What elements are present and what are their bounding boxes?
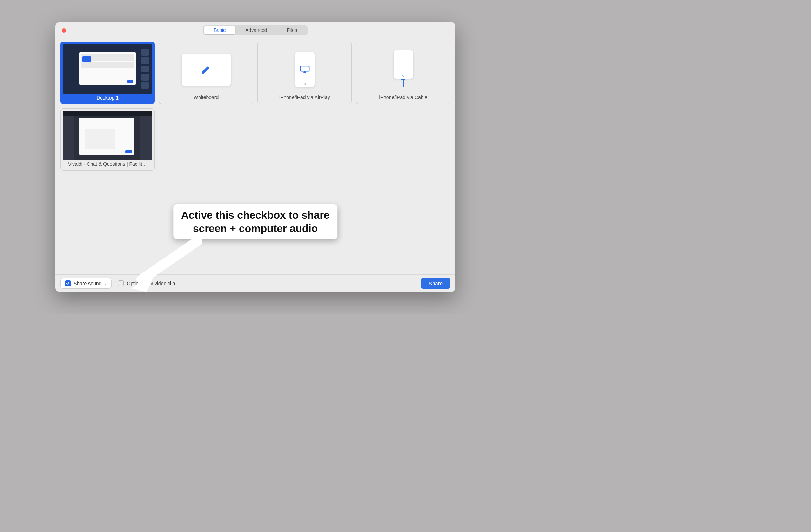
- tab-advanced[interactable]: Advanced: [235, 26, 277, 34]
- tab-files[interactable]: Files: [277, 26, 307, 34]
- pencil-icon: [201, 64, 212, 75]
- annotation-callout: Active this checkbox to share screen + c…: [173, 204, 337, 239]
- share-button[interactable]: Share: [421, 278, 450, 289]
- airplay-icon: [300, 65, 310, 74]
- source-label: Vivaldi - Chat & Questions | Facilit…: [63, 160, 152, 167]
- source-label: Whiteboard: [161, 93, 251, 100]
- annotation-line-1: Active this checkbox to share: [181, 209, 330, 222]
- source-browser-window[interactable]: Vivaldi - Chat & Questions | Facilit…: [60, 108, 155, 171]
- optimize-label: Optimize for video clip: [127, 281, 175, 286]
- optimize-checkbox[interactable]: [118, 280, 124, 286]
- desktop-1-thumbnail: [63, 44, 152, 94]
- source-desktop-1[interactable]: Desktop 1: [60, 42, 155, 104]
- chevron-down-icon[interactable]: ⌄: [104, 281, 107, 285]
- optimize-control[interactable]: Optimize for video clip: [118, 280, 175, 286]
- tab-segmented-control: Basic Advanced Files: [203, 25, 308, 35]
- source-iphone-airplay[interactable]: iPhone/iPad via AirPlay: [257, 42, 352, 104]
- footer-bar: Share sound ⌄ Optimize for video clip Sh…: [55, 274, 455, 292]
- whiteboard-thumbnail: [161, 44, 251, 93]
- titlebar: Basic Advanced Files: [55, 22, 455, 38]
- share-sound-label: Share sound: [74, 281, 101, 286]
- source-iphone-cable[interactable]: iPhone/iPad via Cable: [356, 42, 450, 104]
- source-whiteboard[interactable]: Whiteboard: [159, 42, 253, 104]
- share-sound-checkbox[interactable]: [65, 280, 71, 286]
- browser-window-thumbnail: [63, 111, 152, 160]
- source-label: Desktop 1: [63, 94, 152, 101]
- close-window-button[interactable]: [62, 28, 66, 33]
- cable-thumbnail: [358, 44, 448, 93]
- share-sound-control[interactable]: Share sound ⌄: [60, 278, 112, 289]
- share-screen-window: Basic Advanced Files Desktop 1: [55, 22, 455, 292]
- annotation-line-2: screen + computer audio: [181, 222, 330, 235]
- source-label: iPhone/iPad via AirPlay: [260, 93, 349, 100]
- source-label: iPhone/iPad via Cable: [358, 93, 448, 100]
- airplay-thumbnail: [260, 44, 349, 93]
- svg-rect-0: [300, 66, 309, 71]
- tab-basic[interactable]: Basic: [204, 26, 235, 34]
